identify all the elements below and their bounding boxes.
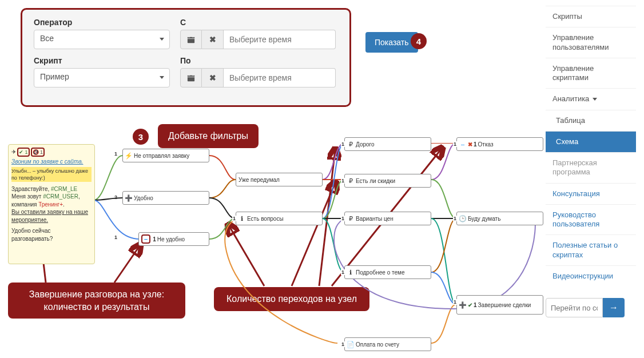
node-payment[interactable]: 1 📄 Оплата по счету <box>344 337 431 351</box>
sidebar-item-partner[interactable]: Партнерская программа <box>546 152 636 183</box>
operator-select[interactable]: Все <box>34 30 170 49</box>
filter-panel: Оператор Все С ✖ Скрипт Пример <box>21 8 351 107</box>
sidebar-sub-schema[interactable]: Схема <box>546 131 636 152</box>
ruble-icon: ₽ <box>347 215 354 222</box>
edge-count: 1 <box>114 234 117 240</box>
svg-rect-7 <box>188 77 194 77</box>
callout-3: 3 <box>133 129 149 145</box>
node-price-variants[interactable]: 1 ₽ Варианты цен <box>344 212 431 225</box>
start-node-link: Звоним по заявке с сайта. <box>11 158 83 166</box>
check-icon: ✔ <box>468 302 472 308</box>
edge-count: 1 <box>114 151 117 157</box>
caret-icon <box>160 76 164 79</box>
start-badge-mute: 🔇 1 <box>31 148 45 157</box>
from-time-input[interactable] <box>224 30 336 49</box>
info-icon: ℹ <box>238 215 245 222</box>
node-changed-mind[interactable]: Уже передумал <box>236 173 323 186</box>
from-time-group: ✖ <box>180 30 336 49</box>
to-time-group: ✖ <box>180 68 336 87</box>
to-label: По <box>180 56 336 65</box>
start-smile-text: Улыбн... – улыбку слышно даже по телефон… <box>11 167 92 182</box>
node-not-convenient[interactable]: – 1 Не удобно <box>138 232 209 246</box>
node-convenient[interactable]: ➕ Удобно <box>122 191 209 205</box>
to-time-input[interactable] <box>224 68 336 87</box>
show-button[interactable]: Показать <box>365 32 418 53</box>
callout-4: 4 <box>411 33 427 49</box>
from-clear-button[interactable]: ✖ <box>202 30 224 49</box>
sidebar: Скрипты Управление пользователями Управл… <box>546 6 636 317</box>
sidebar-item-video[interactable]: Видеоинструкции <box>546 265 636 287</box>
script-label: Скрипт <box>34 56 170 65</box>
caret-icon <box>160 38 164 41</box>
sidebar-item-manage-scripts[interactable]: Управление скриптами <box>546 58 636 89</box>
to-clear-button[interactable]: ✖ <box>202 68 224 87</box>
sidebar-item-guide[interactable]: Руководство пользователя <box>546 204 636 235</box>
close-icon: ✖ <box>468 141 472 148</box>
sidebar-item-consult[interactable]: Консультация <box>546 183 636 204</box>
clock-icon: 🕒 <box>459 215 466 222</box>
start-greeting: Здравствуйте, #CRM_LE Меня зовут #CRM_US… <box>11 185 92 224</box>
start-node[interactable]: ✈ ✔ 1 🔇 1 Звоним по заявке с сайта. Улыб… <box>8 144 95 264</box>
svg-rect-3 <box>188 38 194 39</box>
script-select[interactable]: Пример <box>34 68 170 87</box>
plus-icon: ➕ <box>125 194 132 201</box>
minus-icon-box: – <box>141 234 150 244</box>
node-not-sent[interactable]: ⚡ Не отправлял заявку <box>122 149 209 162</box>
from-calendar-button[interactable] <box>180 30 202 49</box>
svg-rect-6 <box>193 74 194 76</box>
diagram-canvas: 1 2 1 ✈ ✔ 1 🔇 1 Звоним по заявке с сайта… <box>8 143 540 355</box>
sidebar-item-analytics[interactable]: Аналитика <box>546 88 636 109</box>
info-icon: ℹ <box>347 269 354 276</box>
node-deal-complete[interactable]: 1 ➕ ✔ 1 Завершение сделки <box>456 295 543 315</box>
start-badge-success: ✔ 1 <box>17 148 30 157</box>
ruble-icon: ₽ <box>347 141 354 148</box>
svg-rect-4 <box>188 75 194 82</box>
svg-rect-1 <box>189 36 190 38</box>
ruble-icon: ₽ <box>347 177 354 184</box>
node-will-think[interactable]: 1 🕒 Буду думать <box>456 212 543 225</box>
svg-rect-2 <box>193 36 194 38</box>
sidebar-item-users[interactable]: Управление пользователями <box>546 27 636 58</box>
node-discounts[interactable]: 1 ₽ Есть ли скидки <box>344 174 431 188</box>
operator-label: Оператор <box>34 18 170 27</box>
script-value: Пример <box>34 68 170 87</box>
calendar-icon <box>187 35 195 43</box>
calendar-icon <box>187 74 195 82</box>
bolt-icon: ⚡ <box>125 152 132 159</box>
minus-icon: – <box>459 141 466 148</box>
svg-rect-5 <box>189 74 190 76</box>
plus-icon: ➕ <box>459 301 466 308</box>
doc-icon: 📄 <box>347 341 354 348</box>
to-calendar-button[interactable] <box>180 68 202 87</box>
start-question: Удобно сейчас разговаривать? <box>11 227 92 242</box>
goto-link-group: → <box>546 298 625 317</box>
node-questions[interactable]: 1 ℹ Есть вопросы <box>236 212 323 225</box>
from-label: С <box>180 18 336 27</box>
sidebar-item-articles[interactable]: Полезные статьи о скриптах <box>546 234 636 265</box>
sidebar-sub-table[interactable]: Таблица <box>546 110 636 131</box>
edge-count: 2 <box>114 194 117 200</box>
node-expensive[interactable]: 1 ₽ Дорого <box>344 137 431 151</box>
goto-button[interactable]: → <box>603 298 625 317</box>
node-refusal[interactable]: 1 – ✖ 1 Отказ <box>456 137 543 151</box>
sidebar-item-scripts[interactable]: Скрипты <box>546 6 636 27</box>
operator-value: Все <box>34 30 170 49</box>
plane-icon: ✈ <box>11 148 16 156</box>
svg-rect-0 <box>188 37 194 43</box>
chevron-down-icon <box>593 98 597 101</box>
goto-input[interactable] <box>546 298 603 317</box>
node-more-topic[interactable]: 1 ℹ Подробнее о теме <box>344 265 431 279</box>
